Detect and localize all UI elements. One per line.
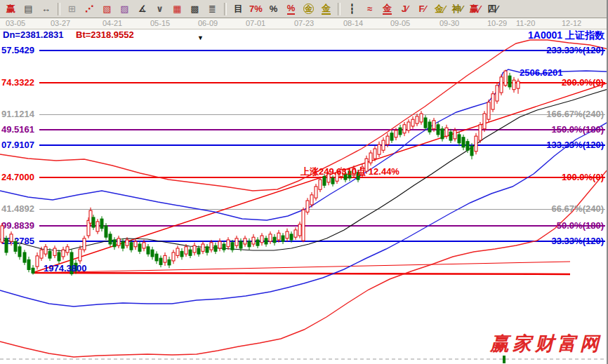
candle-up [374, 149, 376, 159]
candle-down [508, 76, 511, 87]
candle-up [500, 77, 503, 93]
candle-down [159, 258, 162, 264]
candle-down [248, 241, 251, 247]
candle-down [48, 251, 51, 258]
candle-up [126, 240, 128, 245]
candle-down [113, 240, 116, 247]
candle-up [315, 187, 317, 198]
candle-down [231, 243, 234, 250]
candle-up [365, 159, 368, 171]
candle-up [79, 249, 81, 261]
candle-up [210, 243, 213, 250]
candle-down [323, 177, 326, 186]
candle-up [454, 130, 456, 139]
candle-up [475, 136, 477, 151]
candle-down [180, 251, 183, 257]
candle-down [92, 217, 95, 227]
candle-up [143, 243, 145, 248]
candle-down [428, 122, 431, 132]
candle-up [407, 122, 410, 130]
candle-up [504, 71, 507, 86]
candle-up [201, 244, 204, 251]
candle-down [18, 247, 21, 257]
candle-up [66, 247, 69, 252]
candle-down [424, 118, 427, 128]
candle-up [44, 247, 47, 254]
candle-up [172, 252, 175, 261]
candle-up [252, 237, 255, 244]
candle-up [176, 248, 179, 255]
candle-down [399, 128, 402, 135]
candle-up [302, 210, 305, 241]
candlestick-chart-canvas[interactable] [0, 0, 608, 364]
candle-down [466, 142, 469, 151]
candle-down [189, 250, 192, 255]
candle-down [151, 250, 154, 257]
upper-red-band [0, 40, 608, 191]
candle-up [83, 238, 86, 250]
candle-down [27, 259, 30, 269]
candle-up [403, 125, 406, 133]
candle-down [14, 241, 17, 251]
candle-down [121, 241, 124, 248]
candle-up [62, 250, 65, 257]
candle-down [100, 219, 103, 229]
candle-down [197, 248, 200, 254]
candle-up [134, 241, 137, 247]
candle-down [74, 263, 77, 271]
candle-up [386, 136, 389, 144]
candle-down [58, 252, 60, 261]
candle-up [164, 255, 166, 262]
candle-down [348, 171, 351, 178]
candle-up [483, 114, 486, 129]
candle-up [361, 167, 364, 175]
candle-down [239, 241, 242, 248]
candle-down [70, 252, 73, 274]
candle-down [458, 135, 461, 143]
green-tick-mark [503, 356, 505, 363]
candle-down [282, 236, 284, 241]
candle-down [331, 178, 334, 184]
candle-up [382, 140, 385, 150]
candle-up [491, 94, 494, 109]
candle-up [244, 238, 246, 244]
candle-up [411, 119, 414, 126]
candle-up [193, 245, 196, 252]
candle-up [1, 226, 4, 242]
candle-up [89, 210, 92, 223]
candle-down [344, 174, 347, 180]
candle-down [155, 254, 158, 261]
candle-down [470, 146, 473, 156]
candle-up [420, 114, 423, 122]
candle-up [487, 102, 490, 119]
candle-down [265, 238, 267, 244]
candle-down [206, 247, 209, 252]
candle-up [298, 224, 301, 236]
candle-down [290, 234, 293, 240]
candle-down [147, 247, 150, 254]
candle-up [327, 174, 330, 182]
candle-up [306, 201, 309, 212]
candle-down [23, 252, 26, 262]
candle-up [340, 170, 343, 177]
candle-up [445, 128, 448, 136]
candle-up [369, 153, 372, 163]
candle-up [277, 233, 280, 240]
candle-up [96, 222, 99, 231]
candle-down [462, 137, 465, 147]
candle-down [214, 245, 217, 251]
candle-down [256, 240, 259, 245]
candle-up [336, 173, 338, 182]
candle-down [5, 238, 8, 252]
candle-up [40, 250, 43, 258]
candle-up [286, 231, 289, 238]
candle-up [432, 121, 435, 129]
candle-up [294, 230, 297, 237]
candle-down [449, 132, 452, 140]
candle-up [310, 195, 313, 205]
candle-down [390, 133, 393, 140]
candle-up [260, 236, 263, 243]
candle-up [36, 256, 39, 267]
candle-up [319, 180, 322, 189]
candle-up [517, 81, 520, 88]
